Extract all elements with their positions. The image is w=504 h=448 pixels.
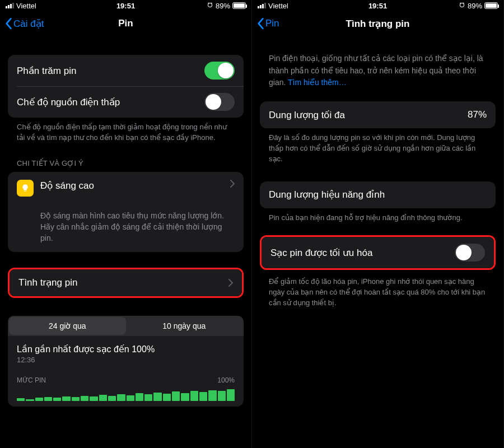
back-button[interactable]: Pin [256, 17, 279, 30]
brightness-desc: Độ sáng màn hình cao tiêu thụ mức năng l… [8, 204, 244, 252]
bulb-icon [17, 180, 34, 197]
battery-icon [484, 2, 498, 9]
max-capacity-footer: Đây là số đo dung lượng pin so với khi p… [260, 128, 496, 165]
carrier-label: Viettel [268, 2, 288, 10]
battery-pct-label: 89% [468, 2, 482, 10]
toggle-battery-percentage[interactable] [204, 62, 235, 80]
highlight-battery-health: Tình trạng pin [8, 268, 244, 298]
battery-icon [232, 2, 246, 9]
back-label: Cài đặt [13, 18, 44, 30]
insights-header: CHI TIẾT VÀ GỢI Ý [8, 143, 244, 172]
nav-bar: Cài đặt Pin [0, 11, 251, 36]
alarm-icon [207, 2, 213, 10]
chevron-right-icon [228, 279, 233, 287]
max-capacity-value: 87% [468, 109, 487, 120]
status-bar: Viettel 19:51 89% [0, 0, 251, 11]
max-capacity-label: Dung lượng tối đa [269, 109, 468, 121]
screen-battery-settings: Viettel 19:51 89% Cài đặt Pin Phần trăm … [0, 0, 252, 448]
group-peak-performance: Dung lượng hiệu năng đỉnh [260, 181, 496, 208]
content-scroller[interactable]: Phần trăm pin Chế độ nguồn điện thấp Chế… [0, 36, 251, 448]
highlight-optimized-charging: Sạc pin được tối ưu hóa [260, 235, 496, 270]
chevron-left-icon [4, 17, 12, 30]
group-max-capacity: Dung lượng tối đa 87% [260, 101, 496, 128]
carrier-label: Viettel [16, 2, 36, 10]
brightness-title: Độ sáng cao [40, 180, 227, 192]
battery-level-chart [8, 384, 244, 401]
last-charged-label: Lần gần nhất được sạc đến 100% [8, 336, 244, 356]
last-charged-time: 12:36 [8, 356, 244, 364]
row-optimized-charging[interactable]: Sạc pin được tối ưu hóa [262, 237, 494, 268]
row-battery-health[interactable]: Tình trạng pin [10, 269, 242, 296]
group-optimized-charging: Sạc pin được tối ưu hóa [262, 237, 494, 268]
group-battery-toggles: Phần trăm pin Chế độ nguồn điện thấp [8, 55, 244, 118]
peak-perf-label: Dung lượng hiệu năng đỉnh [269, 189, 487, 200]
segment-24h[interactable]: 24 giờ qua [9, 317, 126, 335]
screen-battery-health: Viettel 19:51 89% Pin Tình trạng pin Pin… [252, 0, 504, 448]
group-battery-health: Tình trạng pin [10, 269, 242, 296]
toggle-low-power-mode[interactable] [204, 93, 235, 111]
chevron-left-icon [256, 17, 264, 30]
intro-description: Pin điện thoại, giống như tất cả các loạ… [260, 36, 496, 91]
battery-level-header: MỨC PIN [17, 376, 46, 384]
alarm-icon [459, 2, 465, 10]
row-low-power-mode[interactable]: Chế độ nguồn điện thấp [8, 86, 244, 118]
low-power-footer: Chế độ nguồn điện thấp tạm thời giảm hoạ… [8, 118, 244, 143]
signal-icon [258, 3, 266, 8]
row-max-capacity: Dung lượng tối đa 87% [260, 101, 496, 128]
group-insights: Độ sáng cao Độ sáng màn hình cao tiêu th… [8, 172, 244, 252]
segmented-control-timerange[interactable]: 24 giờ qua 10 ngày qua [8, 316, 244, 336]
group-battery-usage: 24 giờ qua 10 ngày qua Lần gần nhất được… [8, 316, 244, 407]
back-label: Pin [265, 18, 279, 29]
peak-perf-footer: Pin của bạn hiện đang hỗ trợ hiệu năng đ… [260, 208, 496, 223]
battery-health-label: Tình trạng pin [18, 277, 225, 288]
optimized-footer: Để giảm tốc độ lão hóa pin, iPhone ghi n… [260, 270, 496, 309]
nav-bar: Pin Tình trạng pin [252, 11, 503, 36]
chevron-right-icon [230, 180, 235, 188]
back-button[interactable]: Cài đặt [4, 17, 44, 30]
signal-icon [6, 3, 14, 8]
row-brightness-suggestion[interactable]: Độ sáng cao [8, 172, 244, 204]
hundred-pct-label: 100% [217, 376, 235, 384]
low-power-label: Chế độ nguồn điện thấp [17, 96, 204, 108]
battery-percentage-label: Phần trăm pin [17, 65, 204, 77]
toggle-optimized-charging[interactable] [455, 244, 485, 262]
battery-pct-label: 89% [216, 2, 230, 10]
row-battery-percentage[interactable]: Phần trăm pin [8, 55, 244, 86]
content-scroller[interactable]: Pin điện thoại, giống như tất cả các loạ… [252, 36, 503, 448]
status-bar: Viettel 19:51 89% [252, 0, 503, 11]
learn-more-link[interactable]: Tìm hiểu thêm… [288, 78, 347, 87]
segment-10d[interactable]: 10 ngày qua [126, 317, 243, 335]
row-peak-performance: Dung lượng hiệu năng đỉnh [260, 181, 496, 208]
optimized-label: Sạc pin được tối ưu hóa [270, 247, 455, 259]
page-title: Tình trạng pin [252, 18, 503, 30]
